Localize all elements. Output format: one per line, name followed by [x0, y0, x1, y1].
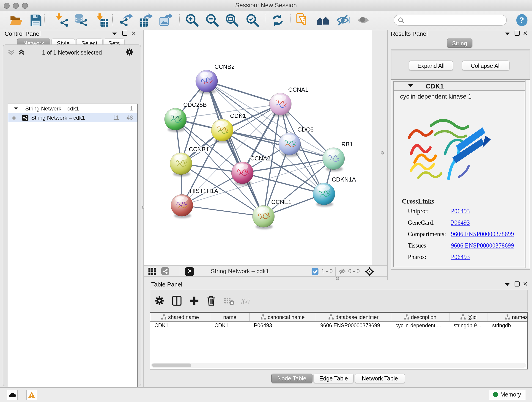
- delete-column-icon[interactable]: [206, 295, 217, 306]
- float-panel-icon[interactable]: [112, 32, 117, 35]
- crosslink-link[interactable]: P06493: [451, 254, 470, 261]
- crosslink-link[interactable]: 9606.ENSP00000378699: [451, 230, 514, 238]
- memory-label: Memory: [500, 391, 521, 398]
- help-icon[interactable]: ?: [515, 13, 529, 27]
- scrollbar-thumb[interactable]: [152, 364, 191, 367]
- float-panel-icon[interactable]: [505, 32, 510, 35]
- cell-3[interactable]: 9606.ENSP00000378699: [316, 322, 391, 330]
- maximize-panel-icon[interactable]: [515, 31, 520, 36]
- export-table-icon[interactable]: [139, 13, 152, 27]
- show-columns-icon[interactable]: [171, 295, 182, 306]
- column-header--id[interactable]: @id: [450, 313, 488, 321]
- float-panel-icon[interactable]: [505, 283, 510, 286]
- column-type-icon: [404, 314, 409, 319]
- network-node-CCNB1[interactable]: CCNB1: [170, 146, 209, 177]
- column-header-name[interactable]: name: [210, 313, 250, 321]
- export-image-icon[interactable]: [159, 13, 173, 27]
- cell-1[interactable]: CDK1: [210, 322, 250, 330]
- network-edge-count: 48: [127, 113, 133, 122]
- import-table-file-icon[interactable]: [95, 13, 109, 27]
- function-builder-icon[interactable]: f(x): [240, 295, 257, 306]
- create-column-icon[interactable]: [189, 295, 200, 306]
- open-session-icon[interactable]: [9, 13, 23, 27]
- crosslink-link[interactable]: 9606.ENSP00000378699: [451, 242, 514, 249]
- tab-node-table[interactable]: Node Table: [271, 374, 312, 383]
- cell-4[interactable]: cyclin-dependent ...: [391, 322, 450, 330]
- clone-network-icon[interactable]: [296, 13, 309, 27]
- column-header-shared-name[interactable]: shared name: [150, 313, 210, 321]
- node-label-CDK1: CDK1: [230, 112, 246, 119]
- zoom-in-icon[interactable]: [185, 13, 199, 27]
- hide-selected-icon[interactable]: [336, 13, 350, 27]
- refresh-icon[interactable]: [271, 13, 285, 27]
- cell-2[interactable]: P06493: [250, 322, 316, 330]
- collapse-section-icon[interactable]: [408, 84, 413, 87]
- network-collection-label: String Network – cdk1: [25, 104, 79, 113]
- birds-eye-view-icon[interactable]: [365, 267, 374, 276]
- memory-button[interactable]: Memory: [489, 390, 526, 400]
- crosslink-link[interactable]: P06493: [451, 219, 470, 226]
- right-splitter-handle[interactable]: [381, 151, 384, 154]
- edge-HIST1H1A-CCNE1[interactable]: [182, 205, 264, 216]
- collection-count: 1: [130, 104, 133, 113]
- collapse-collection-icon[interactable]: [14, 108, 18, 110]
- column-header-description[interactable]: description: [391, 313, 450, 321]
- maximize-panel-icon[interactable]: [515, 281, 520, 287]
- zoom-out-icon[interactable]: [205, 13, 219, 27]
- detach-view-icon[interactable]: [185, 267, 194, 276]
- table-header-row: shared namenamecanonical namedatabase id…: [150, 313, 527, 322]
- crosslinks-list: Uniprot:P06493GeneCard:P06493Compartment…: [394, 208, 525, 265]
- toolbar-separator: [290, 14, 291, 26]
- zoom-selected-icon[interactable]: [246, 13, 259, 27]
- selected-checkbox-icon[interactable]: [312, 268, 318, 275]
- tab-network-table[interactable]: Network Table: [355, 374, 405, 383]
- edge-CDK1-RB1[interactable]: [222, 130, 334, 159]
- collapse-all-button[interactable]: Collapse All: [462, 61, 510, 70]
- tab-edge-table[interactable]: Edge Table: [313, 374, 354, 383]
- protein-card-header[interactable]: CDK1: [394, 82, 525, 91]
- network-collection-row[interactable]: String Network – cdk1 1: [8, 104, 138, 113]
- table-horizontal-scrollbar[interactable]: [151, 363, 526, 368]
- import-network-database-icon[interactable]: [74, 13, 88, 27]
- network-node-CDKN1A[interactable]: CDKN1A: [313, 176, 356, 207]
- grid-view-icon[interactable]: [148, 268, 156, 275]
- cell-0[interactable]: CDK1: [150, 322, 210, 330]
- first-neighbors-icon[interactable]: [316, 13, 330, 27]
- node-label-CDKN1A: CDKN1A: [332, 176, 356, 183]
- maximize-panel-icon[interactable]: [122, 31, 127, 36]
- network-node-RB1[interactable]: RB1: [323, 141, 353, 172]
- delete-table-icon[interactable]: [224, 295, 234, 306]
- export-network-icon[interactable]: [119, 13, 133, 27]
- network-badge-icon[interactable]: [161, 267, 169, 275]
- network-options-gear-icon[interactable]: [125, 48, 134, 56]
- network-row-label: String Network – cdk1: [31, 113, 85, 122]
- zoom-fit-icon[interactable]: [225, 13, 239, 27]
- right-splitter[interactable]: [387, 30, 388, 280]
- save-session-icon[interactable]: [29, 13, 43, 27]
- table-row[interactable]: CDK1CDK1P064939606.ENSP00000378699cyclin…: [150, 322, 527, 330]
- cloud-status-button[interactable]: [7, 390, 18, 400]
- column-header-namespace[interactable]: namespace: [488, 313, 528, 321]
- network-node-HIST1H1A[interactable]: HIST1H1A: [171, 187, 218, 218]
- cell-6[interactable]: stringdb: [488, 322, 528, 330]
- close-panel-icon[interactable]: ✕: [523, 31, 528, 36]
- results-scrollbar[interactable]: [525, 80, 530, 268]
- import-network-file-icon[interactable]: [55, 13, 69, 27]
- cell-5[interactable]: stringdb:9...: [450, 322, 488, 330]
- table-options-gear-icon[interactable]: [154, 295, 165, 306]
- tab-string[interactable]: String: [447, 38, 472, 48]
- expand-all-button[interactable]: Expand All: [409, 61, 453, 70]
- close-panel-icon[interactable]: ✕: [523, 281, 528, 287]
- warnings-button[interactable]: [26, 390, 37, 400]
- column-header-canonical-name[interactable]: canonical name: [250, 313, 316, 321]
- crosslink-link[interactable]: P06493: [451, 208, 470, 215]
- show-all-icon[interactable]: [356, 13, 370, 27]
- bottom-splitter-handle[interactable]: [336, 277, 339, 280]
- edge-CCNB2-CCNA1[interactable]: [207, 81, 280, 104]
- column-header-database-identifier[interactable]: database identifier: [316, 313, 391, 321]
- network-canvas[interactable]: CCNB2CCNA1CDC25BCDK1CDC6RB1CCNB1CCNA2CDK…: [144, 30, 372, 265]
- network-row[interactable]: String Network – cdk1 11 48: [8, 113, 138, 122]
- search-input[interactable]: [407, 16, 503, 25]
- close-panel-icon[interactable]: ✕: [131, 31, 136, 36]
- table-toolbar: f(x): [150, 290, 528, 311]
